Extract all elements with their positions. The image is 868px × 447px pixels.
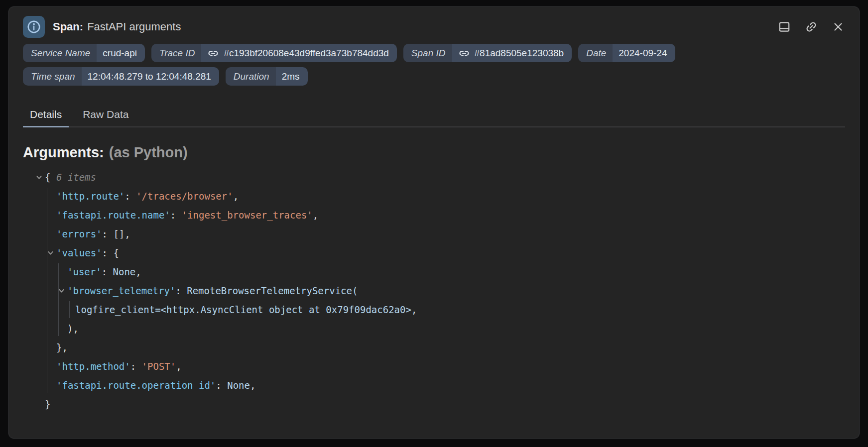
badge-label: Date bbox=[578, 44, 613, 62]
link-icon[interactable] bbox=[804, 20, 818, 34]
code-line: }, bbox=[23, 338, 845, 357]
code-token: None bbox=[113, 266, 136, 277]
code-token: : bbox=[124, 191, 136, 202]
badge-label: Duration bbox=[226, 67, 276, 86]
service-name-badge: Service Name crud-api bbox=[23, 44, 145, 62]
code-token: 6 items bbox=[56, 172, 96, 183]
code-token: 'http.route' bbox=[56, 191, 124, 202]
code-token: 'ingest_browser_traces' bbox=[182, 210, 313, 221]
code-token: RemoteBrowserTelemetryService( bbox=[187, 285, 358, 296]
code-token: 'values' bbox=[56, 247, 102, 258]
code-line: } bbox=[23, 395, 845, 414]
collapse-chevron-icon[interactable] bbox=[47, 249, 54, 257]
collapse-chevron-icon[interactable] bbox=[35, 174, 43, 181]
panel-title-kind: Span: bbox=[53, 20, 83, 33]
badge-value: 12:04:48.279 to 12:04:48.281 bbox=[82, 67, 219, 86]
code-line: 'http.method': 'POST', bbox=[23, 357, 845, 376]
badge-value: 2024-09-24 bbox=[613, 44, 675, 62]
tab-bar: Details Raw Data bbox=[23, 109, 845, 127]
code-token: 'fastapi.route.operation_id' bbox=[56, 380, 216, 391]
code-token: , bbox=[176, 361, 181, 372]
badge-label: Time span bbox=[23, 67, 82, 86]
code-token: 'errors' bbox=[56, 228, 102, 239]
code-token: None bbox=[227, 380, 250, 391]
code-token: : bbox=[102, 266, 113, 277]
badge-row-2: Time span 12:04:48.279 to 12:04:48.281 D… bbox=[23, 67, 845, 86]
code-line: 'browser_telemetry': RemoteBrowserTeleme… bbox=[23, 281, 845, 300]
span-id-value: #81ad8505e123038b bbox=[475, 48, 564, 59]
code-token: } bbox=[45, 399, 50, 410]
badge-value[interactable]: #81ad8505e123038b bbox=[452, 44, 572, 62]
code-token: ), bbox=[67, 323, 79, 334]
span-detail-panel: Span:FastAPI arguments bbox=[8, 6, 860, 439]
code-line: { 6 items bbox=[23, 168, 845, 187]
code-line: logfire_client=<httpx.AsyncClient object… bbox=[23, 300, 845, 319]
code-token: , bbox=[233, 191, 239, 202]
code-token: : { bbox=[102, 247, 119, 258]
badge-label: Span ID bbox=[403, 44, 452, 62]
chain-link-icon bbox=[207, 47, 219, 59]
date-badge: Date 2024-09-24 bbox=[578, 44, 675, 62]
header-actions bbox=[777, 20, 845, 34]
code-token: : bbox=[170, 210, 182, 221]
code-line: 'fastapi.route.name': 'ingest_browser_tr… bbox=[23, 206, 845, 224]
badge-label: Service Name bbox=[23, 44, 97, 62]
tab-raw-data[interactable]: Raw Data bbox=[76, 109, 135, 126]
code-token: : bbox=[175, 285, 187, 296]
badge-value[interactable]: #c193bf20608e43d9ffed3a73b784dd3d bbox=[201, 44, 396, 62]
panel-header: Span:FastAPI arguments bbox=[23, 14, 845, 40]
span-id-badge[interactable]: Span ID #81ad8505e123038b bbox=[403, 44, 572, 62]
collapse-chevron-icon[interactable] bbox=[58, 287, 65, 295]
time-span-badge: Time span 12:04:48.279 to 12:04:48.281 bbox=[23, 67, 219, 86]
code-token: , bbox=[135, 266, 141, 277]
code-line: 'values': { bbox=[23, 243, 845, 262]
code-token: 'browser_telemetry' bbox=[67, 285, 175, 296]
code-line: 'http.route': '/traces/browser', bbox=[23, 187, 845, 206]
code-line: ), bbox=[23, 319, 845, 338]
code-token: 'fastapi.route.name' bbox=[56, 210, 170, 221]
code-token: 'http.method' bbox=[56, 361, 130, 372]
code-line: 'user': None, bbox=[23, 262, 845, 281]
badge-value: 2ms bbox=[276, 67, 308, 86]
badge-value: crud-api bbox=[97, 44, 145, 62]
trace-id-value: #c193bf20608e43d9ffed3a73b784dd3d bbox=[224, 48, 388, 59]
trace-id-badge[interactable]: Trace ID #c193bf20608e43d9ffed3a73b784dd… bbox=[151, 44, 397, 62]
arguments-heading: Arguments:(as Python) bbox=[23, 144, 845, 161]
code-token: '/traces/browser' bbox=[136, 191, 233, 202]
code-block: { 6 items'http.route': '/traces/browser'… bbox=[23, 168, 845, 414]
panel-bottom-icon[interactable] bbox=[777, 20, 791, 34]
badge-label: Trace ID bbox=[151, 44, 201, 62]
panel-title-text: FastAPI arguments bbox=[87, 20, 181, 33]
info-icon bbox=[23, 16, 45, 38]
panel-title: Span:FastAPI arguments bbox=[53, 20, 181, 33]
code-token: , bbox=[250, 380, 255, 391]
code-line: 'errors': [], bbox=[23, 224, 845, 243]
code-token: 'POST' bbox=[142, 361, 176, 372]
metadata-badges: Service Name crud-api Trace ID #c193bf20… bbox=[23, 44, 845, 86]
arguments-heading-suffix: (as Python) bbox=[109, 144, 188, 160]
code-token: }, bbox=[56, 342, 68, 353]
code-token: { bbox=[45, 172, 56, 183]
code-token: : [], bbox=[102, 228, 130, 239]
duration-badge: Duration 2ms bbox=[226, 67, 308, 86]
code-token: , bbox=[411, 304, 417, 315]
chain-link-icon bbox=[458, 47, 470, 59]
code-token: : bbox=[130, 361, 142, 372]
code-token: 'user' bbox=[67, 266, 102, 277]
tab-details[interactable]: Details bbox=[23, 109, 69, 126]
code-token: : bbox=[216, 380, 227, 391]
code-line: 'fastapi.route.operation_id': None, bbox=[23, 376, 845, 395]
code-token: logfire_client=<httpx.AsyncClient object… bbox=[75, 304, 411, 315]
close-icon[interactable] bbox=[831, 20, 845, 34]
badge-row-1: Service Name crud-api Trace ID #c193bf20… bbox=[23, 44, 845, 62]
arguments-heading-text: Arguments: bbox=[23, 144, 104, 160]
code-token: , bbox=[313, 210, 318, 221]
